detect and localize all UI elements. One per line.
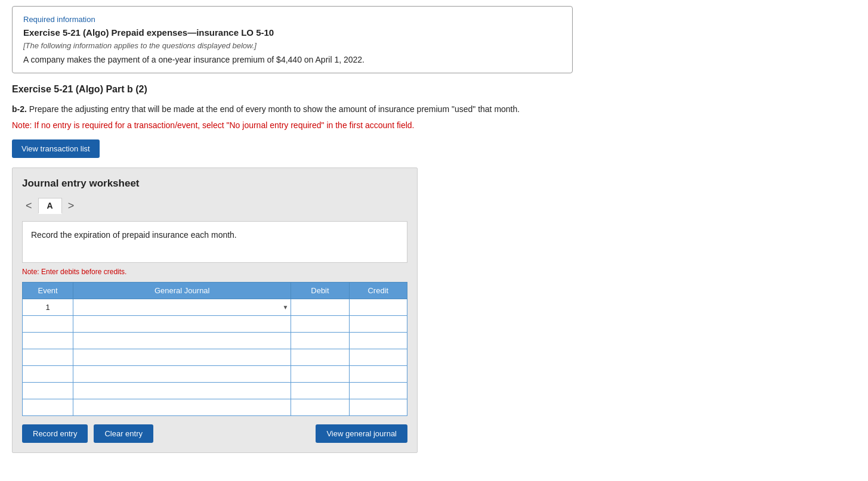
credit-cell[interactable]: [349, 299, 407, 316]
debit-input[interactable]: [291, 349, 348, 365]
worksheet-title: Journal entry worksheet: [22, 178, 407, 190]
tabs-row: < A >: [22, 198, 407, 214]
event-cell: [23, 316, 73, 333]
gj-col-header: General Journal: [73, 283, 291, 299]
general-journal-cell[interactable]: [73, 349, 291, 366]
credit-input[interactable]: [350, 349, 407, 365]
credit-cell[interactable]: [349, 383, 407, 399]
general-journal-cell[interactable]: ▼: [73, 299, 291, 316]
company-info: A company makes the payment of a one-yea…: [23, 55, 561, 64]
dropdown-arrow-icon[interactable]: ▼: [280, 304, 291, 311]
b2-label: b-2.: [12, 104, 27, 114]
credit-cell[interactable]: [349, 366, 407, 383]
general-journal-cell[interactable]: [73, 333, 291, 349]
event-cell: 1: [23, 299, 73, 316]
table-row: [23, 316, 407, 333]
tab-description: Record the expiration of prepaid insuran…: [22, 221, 407, 263]
table-row: [23, 366, 407, 383]
credit-col-header: Credit: [349, 283, 407, 299]
credit-input[interactable]: [350, 299, 407, 315]
general-journal-cell[interactable]: [73, 399, 291, 416]
credit-input[interactable]: [350, 366, 407, 382]
debit-input[interactable]: [291, 299, 348, 315]
debit-cell[interactable]: [291, 366, 349, 383]
debit-cell[interactable]: [291, 383, 349, 399]
part-title: Exercise 5-21 (Algo) Part b (2): [12, 84, 856, 95]
general-journal-input[interactable]: [73, 383, 291, 399]
tab-a[interactable]: A: [38, 198, 62, 214]
b2-instruction: b-2. Prepare the adjusting entry that wi…: [12, 103, 549, 116]
debit-col-header: Debit: [291, 283, 349, 299]
general-journal-input[interactable]: [73, 299, 280, 315]
credit-input[interactable]: [350, 333, 407, 349]
debit-input[interactable]: [291, 383, 348, 399]
debit-input[interactable]: [291, 366, 348, 382]
table-row: [23, 349, 407, 366]
red-note: Note: If no entry is required for a tran…: [12, 120, 856, 130]
b2-text: Prepare the adjusting entry that will be…: [29, 104, 520, 114]
view-transaction-button[interactable]: View transaction list: [12, 139, 100, 158]
exercise-title: Exercise 5-21 (Algo) Prepaid expenses—in…: [23, 27, 561, 38]
required-label: Required information: [23, 15, 561, 24]
bottom-buttons: Record entry Clear entry View general jo…: [22, 424, 407, 443]
record-entry-button[interactable]: Record entry: [22, 424, 88, 443]
general-journal-input[interactable]: [73, 316, 291, 332]
journal-table: Event General Journal Debit Credit 1▼: [22, 282, 407, 416]
enter-debits-note: Note: Enter debits before credits.: [22, 268, 407, 276]
credit-cell[interactable]: [349, 349, 407, 366]
credit-input[interactable]: [350, 383, 407, 399]
debit-cell[interactable]: [291, 316, 349, 333]
debit-cell[interactable]: [291, 349, 349, 366]
view-general-journal-button[interactable]: View general journal: [316, 424, 407, 443]
event-col-header: Event: [23, 283, 73, 299]
credit-cell[interactable]: [349, 399, 407, 416]
general-journal-cell[interactable]: [73, 366, 291, 383]
debit-input[interactable]: [291, 316, 348, 332]
italic-note: [The following information applies to th…: [23, 41, 561, 50]
credit-input[interactable]: [350, 316, 407, 332]
general-journal-input[interactable]: [73, 366, 291, 382]
credit-cell[interactable]: [349, 333, 407, 349]
credit-cell[interactable]: [349, 316, 407, 333]
table-row: [23, 333, 407, 349]
debit-input[interactable]: [291, 333, 348, 349]
required-info-box: Required information Exercise 5-21 (Algo…: [12, 6, 573, 73]
event-cell: [23, 333, 73, 349]
table-row: [23, 399, 407, 416]
table-row: [23, 383, 407, 399]
general-journal-input[interactable]: [73, 349, 291, 365]
next-tab-arrow[interactable]: >: [64, 198, 78, 213]
worksheet-container: Journal entry worksheet < A > Record the…: [12, 167, 418, 453]
event-cell: [23, 366, 73, 383]
general-journal-input[interactable]: [73, 333, 291, 349]
debit-input[interactable]: [291, 399, 348, 415]
table-row: 1▼: [23, 299, 407, 316]
clear-entry-button[interactable]: Clear entry: [94, 424, 153, 443]
event-cell: [23, 349, 73, 366]
debit-cell[interactable]: [291, 399, 349, 416]
general-journal-cell[interactable]: [73, 316, 291, 333]
general-journal-input[interactable]: [73, 399, 291, 415]
event-cell: [23, 383, 73, 399]
debit-cell[interactable]: [291, 299, 349, 316]
credit-input[interactable]: [350, 399, 407, 415]
prev-tab-arrow[interactable]: <: [22, 198, 36, 213]
general-journal-cell[interactable]: [73, 383, 291, 399]
event-cell: [23, 399, 73, 416]
debit-cell[interactable]: [291, 333, 349, 349]
